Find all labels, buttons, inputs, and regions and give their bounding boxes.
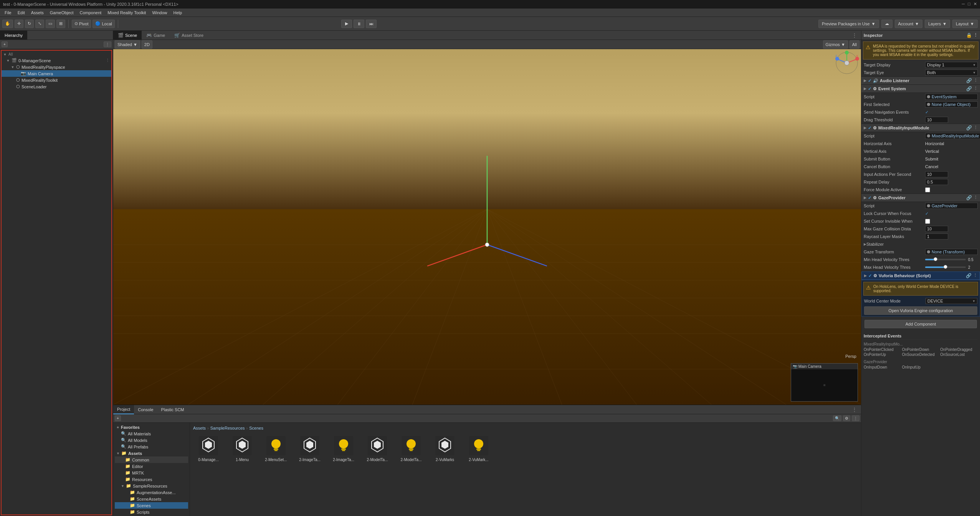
hierarchy-mrtk[interactable]: ▶ ⬡ MixedRealityToolkit [2,77,111,83]
all-btn[interactable]: All [849,40,859,49]
breadcrumb-sample[interactable]: SampleResources [210,426,245,430]
mrtk-folder[interactable]: ▶ 📁 MRTK [115,470,188,476]
stabilizer-row[interactable]: ▶ Stabilizer [861,240,980,248]
mrtk-input-check[interactable]: ✓ [868,126,871,131]
mrtk-input-link[interactable]: 🔗 [966,125,972,131]
menu-file[interactable]: File [2,10,15,16]
lock-cursor-check[interactable]: ✓ [925,211,929,216]
mrtk-input-dots[interactable]: ⋮ [973,125,978,131]
scenes-folder[interactable]: ▶ 📁 Scenes [115,502,188,509]
add-component-btn[interactable]: Add Component [864,320,977,328]
vuforia-check[interactable]: ✓ [868,273,872,278]
preview-packages-btn[interactable]: Preview Packages in Use ▼ [818,20,879,28]
send-nav-check[interactable]: ✓ [925,110,929,115]
menu-assets[interactable]: Assets [28,10,47,16]
layers-btn[interactable]: Layers ▼ [925,20,950,28]
hierarchy-mrtk-playspace[interactable]: ▼ ⬡ MixedRealityPlayspace [2,64,111,70]
layout-btn[interactable]: Layout ▼ [952,20,978,28]
open-vuforia-btn[interactable]: Open Vuforia Engine configuration [864,306,977,315]
event-system-dots[interactable]: ⋮ [973,86,978,91]
asset-5-modelto[interactable]: 2-ModelTa... [362,433,393,464]
asset-4-imageta2[interactable]: 2-ImageTa... [328,433,359,464]
menu-gameobject[interactable]: GameObject [47,10,77,16]
force-module-check[interactable] [925,187,930,192]
hierarchy-all[interactable]: ▼ All [2,51,111,57]
cloud-btn[interactable]: ☁ [881,20,892,28]
set-cursor-check[interactable] [925,219,930,224]
tab-hierarchy[interactable]: Hierarchy [0,31,27,40]
project-add-btn[interactable]: + [115,415,121,421]
audio-listener-check[interactable]: ✓ [868,78,871,83]
raycast-masks-input[interactable] [925,233,948,240]
search-project-btn[interactable]: 🔍 [833,415,841,421]
gaze-check[interactable]: ✓ [868,195,871,200]
max-velocity-track[interactable] [925,266,966,268]
project-options-btn[interactable]: ⚙ [843,415,850,421]
dim-btn[interactable]: 2D [142,40,152,49]
local-btn[interactable]: 🔵 Local [93,20,114,28]
script-value[interactable]: EventSystem [925,94,978,100]
tab-scene[interactable]: 🎬 Scene [113,31,142,40]
scene-view-menu[interactable]: ⋮ [850,32,859,38]
asset-0-manage[interactable]: 0-Manage... [193,433,224,464]
target-display-value[interactable]: Display 1 [925,62,978,68]
input-actions-input[interactable] [925,171,948,177]
event-system-check[interactable]: ✓ [868,86,871,91]
max-velocity-thumb[interactable] [944,265,947,269]
hierarchy-scene-loader[interactable]: ▶ ⬡ SceneLoader [2,83,111,90]
hierarchy-menu-btn[interactable]: ⋮ [104,41,111,47]
tab-plastic[interactable]: Plastic SCM [157,405,188,414]
target-eye-value[interactable]: Both [925,69,978,76]
minimize-btn[interactable]: ─ [962,2,965,7]
pivot-btn[interactable]: ⊙ Pivot [72,20,91,28]
asset-8-vumark2[interactable]: 2-VuMark... [463,433,494,464]
inspector-menu[interactable]: ⋮ [973,33,978,38]
all-models[interactable]: 🔍 All Models [115,437,188,443]
breadcrumb-assets[interactable]: Assets [193,426,206,430]
favorites-header[interactable]: ★ Favorites [115,424,188,430]
gizmos-btn[interactable]: Gizmos ▼ [823,40,848,49]
tool-move[interactable]: ✛ [15,20,23,28]
gaze-transform-value[interactable]: None (Transform) [925,249,978,255]
asset-6-modelto2[interactable]: 2-ModelTa... [396,433,426,464]
maximize-btn[interactable]: □ [968,2,970,7]
audio-listener-dots[interactable]: ⋮ [973,78,978,83]
asset-7-vumarks[interactable]: 2-VuMarks [430,433,460,464]
hierarchy-main-camera[interactable]: ▶ 📷 Main Camera [2,70,111,77]
event-system-link[interactable]: 🔗 [966,86,972,91]
menu-edit[interactable]: Edit [15,10,28,16]
play-button[interactable]: ▶ [341,20,352,28]
mrtk-script-value[interactable]: MixedRealityInputModule [925,133,980,139]
scripts-folder[interactable]: ▶ 📁 Scripts [115,509,188,515]
audio-listener-link[interactable]: 🔗 [966,78,972,83]
shading-btn[interactable]: Shaded ▼ [115,40,140,49]
tab-console[interactable]: Console [134,405,157,414]
max-gaze-input[interactable] [925,226,948,232]
tab-project[interactable]: Project [113,405,134,414]
augmentation-folder[interactable]: ▶ 📁 AugmentationAsse... [115,489,188,496]
breadcrumb-scenes[interactable]: Scenes [249,426,263,430]
asset-3-imageta[interactable]: 2-ImageTa... [294,433,325,464]
all-materials[interactable]: 🔍 All Materials [115,430,188,437]
assets-header[interactable]: ▼ 📁 Assets [115,450,188,456]
hierarchy-add-btn[interactable]: + [2,41,8,47]
gaze-link[interactable]: 🔗 [966,195,972,200]
manager-scene-menu[interactable]: ⋮ [106,58,110,63]
tab-game[interactable]: 🎮 Game [142,31,170,40]
drag-threshold-input[interactable] [925,117,948,123]
audio-listener-header[interactable]: ▶ ✓ 🔊 Audio Listener 🔗 ⋮ [861,77,980,85]
all-prefabs[interactable]: 🔍 All Prefabs [115,443,188,450]
event-system-header[interactable]: ▶ ✓ ⚙ Event System 🔗 ⋮ [861,85,980,93]
menu-help[interactable]: Help [170,10,185,16]
common-folder[interactable]: ▶ 📁 Common [115,456,188,463]
step-button[interactable]: ⏭ [366,20,377,28]
tab-asset-store[interactable]: 🛒 Asset Store [170,31,208,40]
gaze-provider-header[interactable]: ▶ ✓ ⚙ GazeProvider 🔗 ⋮ [861,194,980,202]
account-btn[interactable]: Account ▼ [895,20,923,28]
resources-folder[interactable]: ▶ 📁 Resources [115,476,188,483]
vuforia-link[interactable]: 🔗 [966,273,972,278]
menu-component[interactable]: Component [76,10,104,16]
gaze-dots[interactable]: ⋮ [973,195,978,200]
gaze-script-value[interactable]: GazeProvider [925,203,978,209]
menu-mrtk[interactable]: Mixed Reality Toolkit [104,10,149,16]
